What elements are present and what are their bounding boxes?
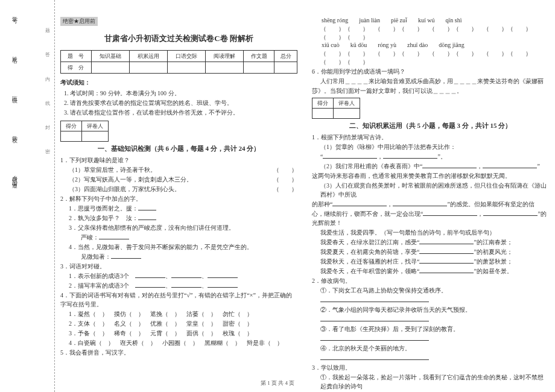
question-1: 1．下列对联趣味的是谁？ （1）草堂留后世，诗圣著千秋。（ ） （2）写鬼写妖高… bbox=[60, 156, 297, 194]
q2-line: 见微知著： bbox=[60, 252, 297, 261]
score-c2: 积累运用 bbox=[129, 51, 167, 62]
q2-line: 严峻： bbox=[60, 233, 297, 242]
q4-row: 3．予备（ ） 稀奇（ ） 元霄（ ） 面俱（ ） 枚瑰（ ） bbox=[60, 329, 297, 338]
p2q1-b2: 这两句诗来形容春雨，也通常被用来赞美教育工作的潜移默化和默默无闻。 bbox=[312, 171, 549, 180]
q6-stem: 6．你能用到学过的成语填一填吗？ bbox=[312, 67, 549, 76]
p2q1-a-blank: “，”。 bbox=[312, 152, 549, 161]
q5-stem: 5．我会看拼音，写汉字。 bbox=[60, 348, 297, 357]
p2q2-item: ②．气象小组的同学每天都记录并收听当天的天气预报。 bbox=[312, 305, 549, 314]
p2q1-a: （1）贺章的《咏柳》中用比喻的手法把春天比作： bbox=[312, 142, 549, 151]
question-2: 2．解释下列句子中加点的字。 1．思援弓缴而射之。援： 2．孰为汝多知乎？ 汝：… bbox=[60, 194, 297, 261]
mini-score-box: 得分评卷人 bbox=[60, 121, 109, 142]
pinyin-row-2: xiū cuò kū dōu róng yù zhuī dào dōng jiā… bbox=[312, 42, 549, 48]
seal-line-hint: 题答内线封密 bbox=[43, 24, 50, 169]
p2-question-3: 3．学以致用。 ①．我捡起一朵落花，捡起一片落叶，我看到了它们蕴含的生命的奥秘，… bbox=[312, 363, 549, 392]
q6-line: 人们常用＿＿＿＿来比喻知音难觅或乐曲高妙，用＿＿＿＿来赞美达芬奇的《蒙娜丽 bbox=[312, 77, 549, 86]
p2q1-b: （2）我们常用杜甫的《春夜喜雨》中“，” bbox=[312, 162, 549, 171]
notice-head: 考试须知： bbox=[60, 78, 297, 87]
binding-gutter: 学号 姓名 班级 学校 乡镇（街道） 题答内线封密 bbox=[0, 0, 55, 392]
season-line: 我爱春天，在绿水碧江的江南，感受“”的江南春景； bbox=[312, 238, 549, 247]
score-c6: 总分 bbox=[274, 51, 297, 62]
field-school: 学校 bbox=[11, 131, 19, 135]
pinyin-blanks-1: （ ）（ ） （ ）（ ） （ ）（ ） （ ）（ ） （ ）（ ） bbox=[312, 25, 549, 42]
p2-question-2: 2．修改病句。 ①．下岗女工在马路上协助交警保持交通秩序。 ②．气象小组的同学每… bbox=[312, 276, 549, 362]
p2q2-item: ④．北京的秋天是个美丽的地方。 bbox=[312, 344, 549, 353]
score-c5: 作文题 bbox=[244, 51, 274, 62]
score-table: 题 号 知识基础 积累运用 口语交际 阅读理解 作文题 总分 得 分 bbox=[60, 50, 297, 74]
p2q2-stem: 2．修改病句。 bbox=[312, 276, 549, 285]
q2-line: 1．思援弓缴而射之。援： bbox=[60, 204, 297, 213]
p2q2-item: ③．看了电影《生死抉择》后，受到了深刻的教育。 bbox=[312, 324, 549, 334]
secret-badge: 绝密★启用前 bbox=[60, 17, 98, 26]
p2q2-item: ①．下岗女工在马路上协助交警保持交通秩序。 bbox=[312, 286, 549, 295]
score-h-got: 得 分 bbox=[61, 62, 92, 74]
q3-line: 2．描写丰富的成语3个 、、 bbox=[60, 281, 297, 290]
mini-score-box-2: 得分评卷人 bbox=[312, 98, 360, 119]
q3-line: 1．表示创新的成语3个 、、 bbox=[60, 271, 297, 280]
q2-stem: 2．解释下列句子中加点的字。 bbox=[60, 194, 297, 203]
season-line: 我爱冬天，在千年积雪的窗外，领略“”的如昼冬景。 bbox=[312, 267, 549, 276]
pinyin-row-1: shēng róng juàn liàn piē zuǐ kuí wú qīn … bbox=[312, 17, 549, 24]
q1-line: （2）写鬼写妖高人一等，刺贪刺虐入木三分。（ ） bbox=[60, 175, 297, 184]
part1-title: 一、基础知识检测（共 6 小题，每题 4 分，共计 24 分） bbox=[60, 144, 297, 153]
left-column: 绝密★启用前 甘肃省小升初语文过关检测试卷C卷 附解析 题 号 知识基础 积累运… bbox=[60, 17, 297, 375]
field-township: 乡镇（街道） bbox=[11, 171, 19, 182]
score-c1: 知识基础 bbox=[91, 51, 129, 62]
q6-line: 莎》。当我们面对一篇好文章时，我们可以说＿＿＿＿。 bbox=[312, 86, 549, 95]
question-3: 3．词语对对碰。 1．表示创新的成语3个 、、 2．描写丰富的成语3个 、、 bbox=[60, 262, 297, 290]
question-4: 4．下面的词语书写有对有错，对的在括号里打“√”，有错的在错字上打“×”，并把正… bbox=[60, 291, 297, 347]
page-content: 绝密★启用前 甘肃省小升初语文过关检测试卷C卷 附解析 题 号 知识基础 积累运… bbox=[60, 17, 549, 375]
pinyin-blanks-2: （ ）（ ） （ ）（ ） （ ）（ ） （ ）（ ） （ ）（ ） bbox=[312, 49, 549, 66]
q1-stem: 1．下列对联趣味的是谁？ bbox=[60, 156, 297, 165]
mini-score-a: 得分 bbox=[61, 121, 82, 131]
question-5: 5．我会看拼音，写汉字。 bbox=[60, 348, 297, 357]
notice-item: 请首先按要求在试卷的指定位置填写您的姓名、班级、学号。 bbox=[70, 99, 297, 107]
q1-line: （3）四面湖山归眼底，万家忧乐到心头。（ ） bbox=[60, 185, 297, 194]
question-6: 6．你能用到学过的成语填一填吗？ 人们常用＿＿＿＿来比喻知音难觅或乐曲高妙，用＿… bbox=[312, 67, 549, 95]
q4-row: 1．凝然（ ） 摸仿（ ） 遮挽（ ） 沽萎（ ） 勿忙（ ） bbox=[60, 309, 297, 318]
q2-line: 3．父亲保持着他那惯有的严峻态度，没有向他们讲任何道理。 bbox=[60, 223, 297, 232]
p2q1-c2: 的那种“，”的感觉。但如果能怀有坚定的信 bbox=[312, 200, 549, 209]
q1-line: （1）草堂留后世，诗圣著千秋。（ ） bbox=[60, 165, 297, 174]
score-c3: 口语交际 bbox=[168, 51, 206, 62]
field-student-id: 学号 bbox=[11, 12, 19, 16]
score-c4: 阅读理解 bbox=[206, 51, 244, 62]
p2q3-stem: 3．学以致用。 bbox=[312, 363, 549, 372]
notice-item: 请在试卷指定位置作答，在试卷密封线外作答无效，不予评分。 bbox=[70, 109, 297, 117]
notice-list: 考试时间：90 分钟。本卷满分为 100 分。 请首先按要求在试卷的指定位置填写… bbox=[70, 89, 297, 117]
q4-stem: 4．下面的词语书写有对有错，对的在括号里打“√”，有错的在错字上打“×”，并把正… bbox=[60, 291, 297, 309]
p2-season: 我爱生活，我爱四季。（写一句最恰当的诗句，前半句或后半句） 我爱春天，在绿水碧江… bbox=[312, 228, 549, 276]
part2-title: 二、知识积累运用（共 5 小题，每题 3 分，共计 15 分） bbox=[312, 121, 549, 130]
season-stem: 我爱生活，我爱四季。（写一句最恰当的诗句，前半句或后半句） bbox=[312, 228, 549, 237]
p2q1-c: （3）人们在观赏自然美景时，时常被眼前的困难所迷惑，但只往住会有陌潞在《游山西村… bbox=[312, 181, 549, 199]
mini-score-b: 评卷人 bbox=[82, 121, 109, 131]
p2-question-1: 1．根据下列情景填写古诗。 （1）贺章的《咏柳》中用比喻的手法把春天比作： “，… bbox=[312, 133, 549, 227]
q2-line: 4．当然，见微知著、善于发问并不断探索的能力，不是凭空产生的。 bbox=[60, 242, 297, 251]
gutter-field-labels: 学号 姓名 班级 学校 乡镇（街道） bbox=[11, 12, 19, 182]
right-column: shēng róng juàn liàn piē zuǐ kuí wú qīn … bbox=[312, 17, 549, 375]
p2q1-c3: 心，继续前行，锲而不舍，就一定会出现“，”的光辉前景！ bbox=[312, 209, 549, 227]
field-class: 班级 bbox=[11, 92, 19, 95]
season-line: 我爱夏天，在初露尖角的荷塘，享受“”的初夏风光； bbox=[312, 247, 549, 256]
notice-item: 考试时间：90 分钟。本卷满分为 100 分。 bbox=[70, 89, 297, 98]
q2-line: 2．孰为汝多知乎？ 汝： bbox=[60, 213, 297, 223]
page-number: 第 1 页 共 4 页 bbox=[0, 379, 555, 387]
q3-stem: 3．词语对对碰。 bbox=[60, 262, 297, 271]
season-line: 我爱秋天，在迁客骚雁的村庄，找寻“”的萧瑟秋景； bbox=[312, 257, 549, 266]
q4-row: 2．支体（ ） 名义（ ） 优雅（ ） 堂皇（ ） 甜密（ ） bbox=[60, 319, 297, 328]
paper-title: 甘肃省小升初语文过关检测试卷C卷 附解析 bbox=[60, 33, 297, 44]
q4-row: 4．白瓷碗（ ） 诳天桥（ ） 小园圈（ ） 黑糊糊（ ） 辩是非（ ） bbox=[60, 338, 297, 347]
score-h-num: 题 号 bbox=[61, 51, 92, 62]
field-name: 姓名 bbox=[11, 52, 19, 55]
p2q1-stem: 1．根据下列情景填写古诗。 bbox=[312, 133, 549, 142]
